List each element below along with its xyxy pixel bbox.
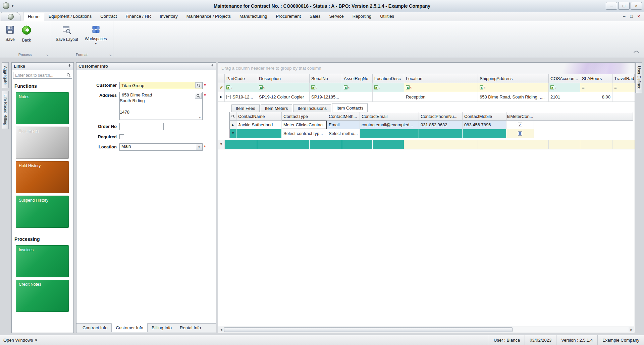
sidebar-tab-user-defined[interactable]: User Defined (635, 62, 642, 93)
tab-customer-info[interactable]: Customer Info (111, 323, 148, 332)
cell-locationdesc[interactable] (373, 92, 404, 102)
menu-tab-inventory[interactable]: Inventory (155, 12, 182, 21)
new-cell-contactmethod[interactable]: Select metho... (327, 129, 360, 138)
column-header-ismetercontact[interactable]: IsMeterCon... (506, 112, 534, 121)
cell-serialno[interactable]: SP19-12185... (310, 92, 342, 102)
address-field[interactable]: 658 Dime Road South Riding 1478 ▾ (119, 92, 203, 120)
column-header-slahours[interactable]: SLAHours (580, 74, 612, 83)
tab-item-inclusions[interactable]: Item Inclusions (293, 104, 331, 112)
filter-cell-description[interactable]: ac (257, 83, 310, 92)
application-menu-button[interactable] (1, 12, 20, 21)
column-header-cosaccount[interactable]: COSAccoun... (549, 74, 580, 83)
new-cell-travelradius[interactable] (612, 140, 635, 149)
quick-access-dropdown-icon[interactable]: ▾ (12, 4, 13, 8)
column-header-contactmobile[interactable]: ContactMobile (463, 112, 506, 121)
menu-tab-utilities[interactable]: Utilities (376, 12, 398, 21)
tab-item-fees[interactable]: Item Fees (231, 104, 260, 112)
app-logo-icon[interactable] (3, 2, 9, 9)
filter-cell-shippingaddress[interactable]: ac (478, 83, 549, 92)
menu-tab-procurement[interactable]: Procurement (271, 12, 305, 21)
column-header-locationdesc[interactable]: LocationDesc (373, 74, 404, 83)
dialog-launcher-icon[interactable]: ↘ (46, 54, 49, 57)
grid-data-row[interactable]: ▶ − SP19-12... SP19-12 Colour Copier SP1… (218, 92, 635, 102)
scroll-right-button[interactable]: ▶ (629, 328, 634, 331)
scrollbar-track[interactable] (224, 327, 629, 332)
column-header-assetregno[interactable]: AssetRegNo (342, 74, 373, 83)
invoices-button[interactable]: Invoices (16, 245, 69, 277)
tab-billing-info[interactable]: Billing Info (148, 324, 176, 332)
cell-ismetercontact[interactable]: ✓ (506, 121, 534, 129)
pin-icon[interactable] (68, 64, 71, 69)
new-cell-serialno[interactable] (310, 140, 342, 149)
address-lookup-button[interactable] (195, 93, 202, 99)
new-cell-partcode[interactable] (225, 140, 257, 149)
new-cell-ismetercontact[interactable] (506, 129, 534, 138)
column-header-contactphone[interactable]: ContactPhoneNu... (419, 112, 463, 121)
column-header-serialno[interactable]: SerialNo (310, 74, 342, 83)
filter-cell-slahours[interactable]: = (580, 83, 612, 92)
scrollbar-thumb[interactable] (224, 327, 513, 332)
column-header-partcode[interactable]: PartCode (225, 74, 257, 83)
column-header-contacttype[interactable]: ContactType (282, 112, 327, 121)
save-button[interactable]: Save (3, 23, 17, 44)
new-cell-assetregno[interactable] (342, 140, 373, 149)
address-scroll-icon[interactable]: ▾ (199, 116, 201, 119)
customer-input[interactable] (120, 82, 202, 89)
grid-new-item-row[interactable]: * (218, 140, 635, 149)
filter-cell-partcode[interactable]: ac (225, 83, 257, 92)
detail-search-icon[interactable] (230, 112, 236, 121)
customer-field[interactable] (119, 82, 203, 89)
column-header-description[interactable]: Description (257, 74, 310, 83)
suspend-history-button[interactable]: Suspend History (16, 196, 69, 228)
column-header-location[interactable]: Location (404, 74, 478, 83)
menu-tab-maintenance-projects[interactable]: Maintenance / Projects (182, 12, 235, 21)
new-cell-locationdesc[interactable] (373, 140, 404, 149)
required-checkbox[interactable] (119, 134, 124, 139)
menu-tab-finance-hr[interactable]: Finance / HR (121, 12, 155, 21)
new-cell-contactname[interactable] (236, 129, 282, 138)
tab-rental-info[interactable]: Rental Info (176, 324, 205, 332)
order-no-input[interactable] (119, 123, 164, 130)
column-header-contactemail[interactable]: ContactEmail (360, 112, 419, 121)
notes-button[interactable]: Notes (16, 92, 69, 124)
credit-notes-button[interactable]: Credit Notes (16, 280, 69, 312)
cell-shippingaddress[interactable]: 658 Dime Road, South Riding, ,... (478, 92, 549, 102)
open-windows-button[interactable]: Open Windows ▾ (0, 338, 37, 343)
cell-partcode[interactable]: − SP19-12... (225, 92, 257, 102)
detail-new-item-row[interactable]: * Select contract typ... Select metho... (230, 129, 633, 138)
filter-cell-locationdesc[interactable]: ac (373, 83, 404, 92)
new-cell-cosaccount[interactable] (549, 140, 580, 149)
child-close-button[interactable]: × (637, 14, 640, 19)
collapse-detail-icon[interactable]: − (226, 95, 231, 99)
horizontal-scrollbar[interactable]: ◀ ▶ (218, 327, 634, 332)
cell-contactemail[interactable]: contactemail@exampled... (360, 121, 419, 129)
column-header-contactmethod[interactable]: ContactMeth... (327, 112, 360, 121)
cell-location[interactable]: Reception (404, 92, 478, 102)
cell-contactmethod[interactable]: Email (327, 121, 360, 129)
cell-contactmobile[interactable]: 083 456 7896 (463, 121, 506, 129)
maximize-button[interactable]: □ (618, 2, 630, 10)
close-button[interactable]: × (631, 2, 642, 10)
cell-travelradius[interactable] (612, 92, 635, 102)
location-dropdown[interactable]: Main ▼ (119, 143, 203, 151)
child-minimize-button[interactable]: – (623, 14, 625, 19)
cell-slahours[interactable]: 8.00 (580, 92, 612, 102)
child-restore-button[interactable]: □ (630, 14, 633, 19)
indeterminate-checkbox[interactable] (518, 131, 522, 136)
menu-tab-home[interactable]: Home (23, 12, 44, 21)
back-button[interactable]: Back (19, 23, 34, 44)
cell-assetregno[interactable] (342, 92, 373, 102)
menu-tab-reporting[interactable]: Reporting (348, 12, 376, 21)
ribbon-collapse-icon[interactable] (633, 49, 639, 54)
links-search-input[interactable] (13, 72, 72, 79)
cell-description[interactable]: SP19-12 Colour Copier (257, 92, 310, 102)
filter-cell-travelradius[interactable]: = (612, 83, 635, 92)
menu-tab-equipment-locations[interactable]: Equipment / Locations (44, 12, 96, 21)
customer-lookup-button[interactable] (195, 82, 202, 88)
minimize-button[interactable]: – (606, 2, 617, 10)
menu-tab-service[interactable]: Service (325, 12, 348, 21)
filter-cell-serialno[interactable]: ac (310, 83, 342, 92)
cell-cosaccount[interactable]: 2101 (549, 92, 580, 102)
column-header-travelradius[interactable]: TravelRadiu... (612, 74, 635, 83)
workspaces-button[interactable]: Workspaces ▼ (82, 23, 110, 47)
